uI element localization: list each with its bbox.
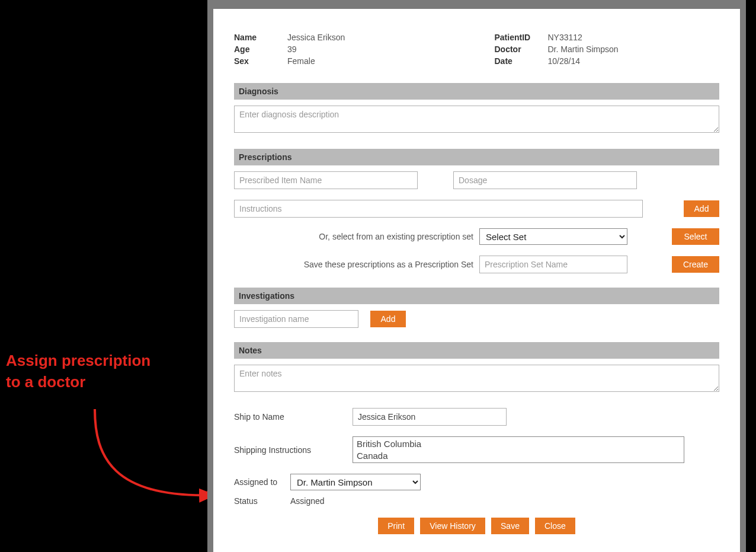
prescription-set-name-input[interactable] [479, 256, 627, 273]
patientid-label: PatientID [495, 33, 548, 42]
diagnosis-header: Diagnosis [234, 83, 719, 100]
prescriptions-header: Prescriptions [234, 149, 719, 165]
add-prescription-button[interactable]: Add [684, 200, 719, 217]
save-button[interactable]: Save [491, 518, 529, 534]
ship-to-name-label: Ship to Name [234, 412, 353, 422]
sex-label: Sex [234, 56, 287, 66]
status-value: Assigned [290, 496, 325, 506]
assigned-to-label: Assigned to [234, 477, 290, 487]
assigned-to-dropdown[interactable]: Dr. Martin Simpson [290, 474, 421, 490]
diagnosis-section: Diagnosis [234, 83, 719, 135]
view-history-button[interactable]: View History [420, 518, 485, 534]
ship-to-name-input[interactable] [353, 408, 507, 426]
annotation-text: Assign prescription to a doctor [6, 350, 150, 393]
select-set-button[interactable]: Select [672, 228, 719, 245]
name-label: Name [234, 33, 287, 42]
notes-input[interactable] [234, 365, 719, 392]
patient-info: Name Jessica Erikson Age 39 Sex Female P… [234, 33, 719, 68]
investigation-name-input[interactable] [234, 310, 358, 328]
create-set-button[interactable]: Create [672, 256, 719, 273]
investigations-section: Investigations Add [234, 288, 719, 328]
doctor-label: Doctor [495, 44, 548, 54]
notes-section: Notes [234, 342, 719, 394]
status-label: Status [234, 496, 290, 506]
shipping-instructions-box[interactable]: British Columbia Canada [353, 436, 684, 463]
footer-buttons: Print View History Save Close [234, 518, 719, 534]
select-set-label: Or, select from an existing prescription… [319, 232, 473, 241]
investigations-header: Investigations [234, 288, 719, 304]
age-label: Age [234, 44, 287, 54]
diagnosis-input[interactable] [234, 106, 719, 133]
save-set-label: Save these prescriptions as a Prescripti… [304, 260, 473, 269]
prescriptions-section: Prescriptions Add Or, select from an exi… [234, 149, 719, 273]
select-set-dropdown[interactable]: Select Set [479, 228, 627, 245]
date-value: 10/28/14 [548, 56, 581, 66]
app-window: Name Jessica Erikson Age 39 Sex Female P… [207, 0, 746, 552]
app-content: Name Jessica Erikson Age 39 Sex Female P… [213, 9, 740, 552]
date-label: Date [495, 56, 548, 66]
notes-header: Notes [234, 342, 719, 359]
shipping-instructions-label: Shipping Instructions [234, 445, 353, 455]
sex-value: Female [287, 56, 315, 66]
patientid-value: NY33112 [548, 33, 582, 42]
dosage-input[interactable] [453, 171, 637, 189]
print-button[interactable]: Print [378, 518, 414, 534]
add-investigation-button[interactable]: Add [370, 311, 406, 327]
age-value: 39 [287, 44, 297, 54]
close-button[interactable]: Close [535, 518, 575, 534]
prescribed-item-input[interactable] [234, 171, 418, 189]
doctor-value: Dr. Martin Simpson [548, 44, 619, 54]
name-value: Jessica Erikson [287, 33, 345, 42]
instructions-input[interactable] [234, 200, 643, 218]
